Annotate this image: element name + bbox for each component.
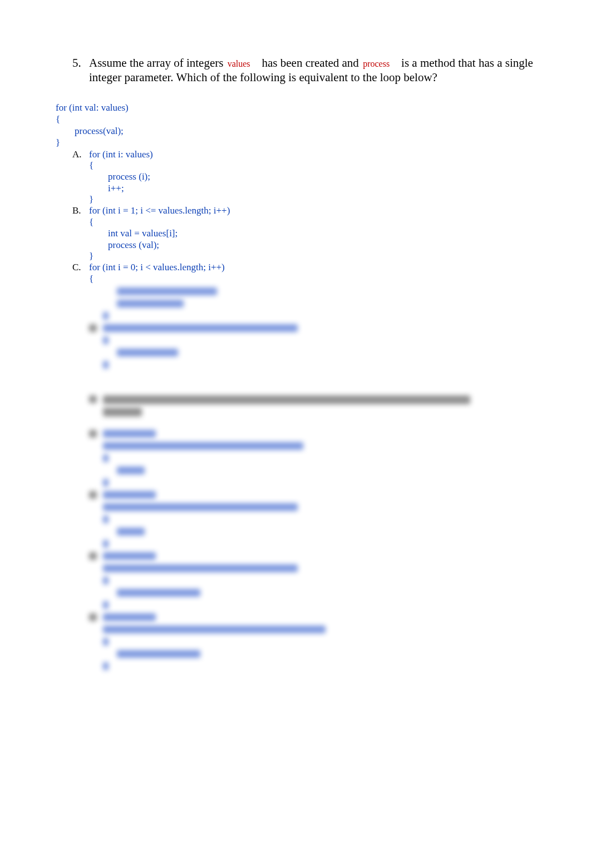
option-label: A. [72, 149, 89, 206]
option-c: C. for (int i = 0; i < values.length; i+… [72, 262, 535, 285]
blurred-content-region [72, 287, 535, 674]
option-label: B. [72, 205, 89, 262]
inline-code-process: process [362, 59, 390, 68]
answer-options: A. for (int i: values) { process (i); i+… [72, 149, 535, 285]
option-b: B. for (int i = 1; i <= values.length; i… [72, 205, 535, 262]
option-a: A. for (int i: values) { process (i); i+… [72, 149, 535, 206]
document-page: 5. Assume the array of integers values h… [0, 0, 591, 708]
option-code: for (int i = 1; i <= values.length; i++)… [89, 205, 535, 262]
q5-text-1: Assume the array of integers [89, 56, 226, 70]
option-code: for (int i: values) { process (i); i++; … [89, 149, 535, 206]
q5-text-2: has been created and [259, 56, 362, 70]
question-5: 5. Assume the array of integers values h… [72, 56, 535, 85]
question-text: Assume the array of integers values has … [89, 56, 535, 85]
given-code-block: for (int val: values) { process(val); } [56, 102, 535, 149]
option-code: for (int i = 0; i < values.length; i++) … [89, 262, 535, 285]
option-label: C. [72, 262, 89, 285]
inline-code-values: values [226, 59, 250, 68]
question-number: 5. [72, 56, 89, 85]
